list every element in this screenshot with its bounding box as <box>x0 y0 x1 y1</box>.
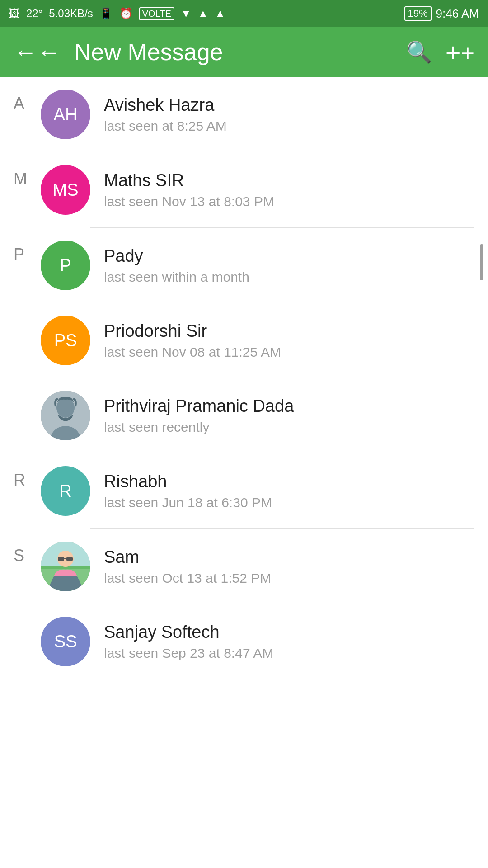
back-button[interactable]: ← <box>14 38 61 66</box>
avatar: MS <box>41 165 90 215</box>
section-letter-a: A <box>14 90 41 113</box>
battery-icon: 19% <box>404 6 432 21</box>
status-left: 🖼 22° 5.03KB/s 📱 ⏰ VOLTE ▼ ▲ ▲ <box>9 7 225 20</box>
signal2-icon: ▲ <box>215 7 225 20</box>
contact-status: last seen Nov 13 at 8:03 PM <box>104 194 474 209</box>
contact-name: Sanjay Softech <box>104 623 474 642</box>
contact-info: Sanjay Softech last seen Sep 23 at 8:47 … <box>104 623 474 661</box>
status-right: 19% 9:46 AM <box>404 6 479 21</box>
temperature: 22° <box>26 7 42 20</box>
contact-name: Maths SIR <box>104 171 474 190</box>
contact-name: Avishek Hazra <box>104 95 474 115</box>
contact-status: last seen Sep 23 at 8:47 AM <box>104 646 474 661</box>
app-bar: ← New Message 🔍 + <box>0 27 488 77</box>
section-r: R R Rishabh last seen Jun 18 at 6:30 PM <box>0 453 488 529</box>
avatar: R <box>41 466 90 516</box>
contact-info: Priodorshi Sir last seen Nov 08 at 11:25… <box>104 321 474 360</box>
contact-row[interactable]: SS Sanjay Softech last seen Sep 23 at 8:… <box>0 604 488 679</box>
contact-info: Prithviraj Pramanic Dada last seen recen… <box>104 396 474 435</box>
section-p: P P Pady last seen within a month PS Pri… <box>0 228 488 453</box>
svg-rect-7 <box>58 557 64 561</box>
speed: 5.03KB/s <box>49 7 93 20</box>
contact-info: Pady last seen within a month <box>104 246 474 285</box>
search-button[interactable]: 🔍 <box>406 40 432 64</box>
section-letter-p: P <box>14 241 41 264</box>
contact-info: Maths SIR last seen Nov 13 at 8:03 PM <box>104 171 474 209</box>
photo-icon: 🖼 <box>9 7 20 20</box>
contact-row[interactable]: M MS Maths SIR last seen Nov 13 at 8:03 … <box>0 152 488 227</box>
section-s: S <box>0 529 488 679</box>
avatar: PS <box>41 316 90 365</box>
signal-icon: ▲ <box>198 7 209 20</box>
phone-icon: 📱 <box>99 7 113 20</box>
avatar: SS <box>41 617 90 666</box>
page-title: New Message <box>74 38 393 66</box>
time: 9:46 AM <box>436 7 479 21</box>
avatar: AH <box>41 90 90 139</box>
contact-name: Pady <box>104 246 474 266</box>
contact-row[interactable]: PS Priodorshi Sir last seen Nov 08 at 11… <box>0 303 488 378</box>
contact-row[interactable]: A AH Avishek Hazra last seen at 8:25 AM <box>0 77 488 152</box>
section-letter-r: R <box>14 466 41 490</box>
svg-rect-8 <box>66 557 73 561</box>
contact-row[interactable]: R R Rishabh last seen Jun 18 at 6:30 PM <box>0 453 488 528</box>
contact-name: Priodorshi Sir <box>104 321 474 341</box>
contact-name: Rishabh <box>104 472 474 491</box>
section-m: M MS Maths SIR last seen Nov 13 at 8:03 … <box>0 152 488 228</box>
contact-name: Prithviraj Pramanic Dada <box>104 396 474 416</box>
contact-info: Sam last seen Oct 13 at 1:52 PM <box>104 547 474 586</box>
contact-status: last seen within a month <box>104 269 474 285</box>
svg-point-1 <box>56 398 75 418</box>
section-letter-m: M <box>14 165 41 189</box>
avatar <box>41 542 90 591</box>
contact-status: last seen Nov 08 at 11:25 AM <box>104 344 474 360</box>
section-a: A AH Avishek Hazra last seen at 8:25 AM <box>0 77 488 152</box>
contact-status: last seen Jun 18 at 6:30 PM <box>104 495 474 510</box>
contact-status: last seen Oct 13 at 1:52 PM <box>104 571 474 586</box>
contact-name: Sam <box>104 547 474 567</box>
status-bar: 🖼 22° 5.03KB/s 📱 ⏰ VOLTE ▼ ▲ ▲ 19% 9:46 … <box>0 0 488 27</box>
alarm-icon: ⏰ <box>119 7 133 20</box>
contact-status: last seen at 8:25 AM <box>104 118 474 134</box>
contact-row[interactable]: Prithviraj Pramanic Dada last seen recen… <box>0 378 488 453</box>
contact-info: Avishek Hazra last seen at 8:25 AM <box>104 95 474 134</box>
volte-badge: VOLTE <box>139 7 174 20</box>
contact-row[interactable]: P P Pady last seen within a month <box>0 228 488 303</box>
add-button[interactable]: + <box>446 37 474 67</box>
contact-status: last seen recently <box>104 420 474 435</box>
avatar: P <box>41 241 90 290</box>
avatar <box>41 391 90 440</box>
wifi-icon: ▼ <box>181 7 192 20</box>
section-letter-s: S <box>14 542 41 565</box>
contact-list: A AH Avishek Hazra last seen at 8:25 AM … <box>0 77 488 679</box>
contact-row[interactable]: S <box>0 529 488 604</box>
contact-info: Rishabh last seen Jun 18 at 6:30 PM <box>104 472 474 510</box>
